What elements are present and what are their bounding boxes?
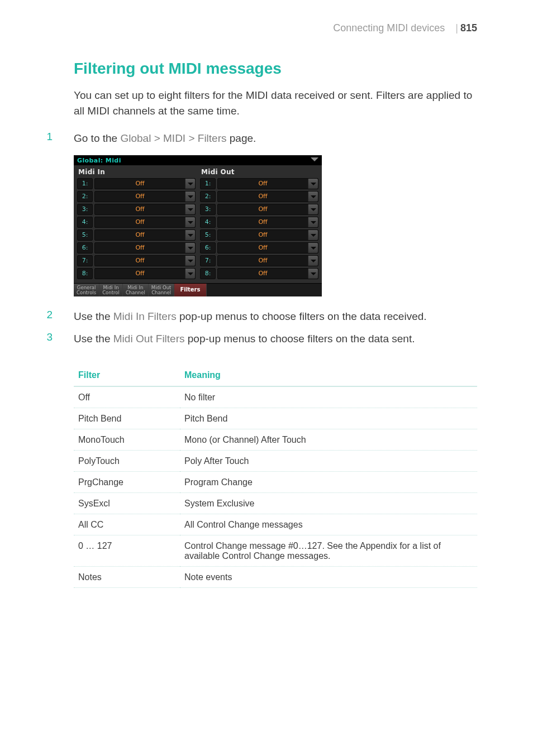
chevron-down-icon bbox=[185, 256, 195, 266]
filter-value: Off bbox=[95, 204, 185, 214]
filter-meaning-table: Filter Meaning OffNo filter Pitch BendPi… bbox=[74, 365, 477, 588]
chevron-down-icon bbox=[308, 243, 318, 253]
midi-out-filter-select[interactable]: Off bbox=[217, 255, 318, 266]
row-number: 4: bbox=[77, 217, 93, 228]
tab-midi-in-channel[interactable]: Midi In Channel bbox=[123, 284, 149, 297]
filter-meaning: Control Change message #0…127. See the A… bbox=[180, 535, 477, 566]
row-number: 5: bbox=[200, 229, 216, 241]
tab-midi-out-channel[interactable]: Midi Out Channel bbox=[149, 284, 175, 297]
chevron-down-icon bbox=[185, 204, 195, 214]
row-number: 1: bbox=[77, 178, 93, 189]
header-section: Connecting MIDI devices bbox=[333, 22, 445, 34]
filter-meaning: Program Change bbox=[180, 471, 477, 492]
row-number: 1: bbox=[200, 178, 216, 189]
device-screenshot: Global: Midi Midi In 1: Off 2: Off bbox=[74, 155, 322, 297]
midi-in-column: Midi In 1: Off 2: Off 3: bbox=[77, 167, 196, 281]
chevron-down-icon bbox=[185, 217, 195, 227]
midi-in-row: 8: Off bbox=[77, 268, 196, 279]
row-number: 4: bbox=[200, 217, 216, 228]
header-separator: | bbox=[448, 22, 460, 34]
midi-out-row: 3: Off bbox=[200, 204, 318, 215]
midi-in-row: 1: Off bbox=[77, 178, 196, 189]
step-number: 3 bbox=[0, 331, 74, 347]
step-text: Use the Midi In Filters pop-up menus to … bbox=[74, 309, 477, 324]
midi-in-filter-select[interactable]: Off bbox=[94, 191, 196, 202]
running-header: Connecting MIDI devices |815 bbox=[0, 22, 533, 56]
midi-out-filter-select[interactable]: Off bbox=[217, 268, 318, 279]
midi-in-filter-select[interactable]: Off bbox=[94, 217, 196, 228]
chevron-down-icon bbox=[308, 256, 318, 266]
filter-name: Off bbox=[74, 386, 180, 408]
filter-value: Off bbox=[95, 269, 185, 279]
midi-in-filter-select[interactable]: Off bbox=[94, 255, 196, 266]
midi-out-filter-select[interactable]: Off bbox=[217, 178, 318, 189]
table-row: Pitch BendPitch Bend bbox=[74, 408, 477, 429]
filter-value: Off bbox=[95, 217, 185, 227]
table-row: PolyTouchPoly After Touch bbox=[74, 450, 477, 471]
device-tabs: General Controls Midi In Control Midi In… bbox=[74, 283, 322, 297]
midi-out-row: 6: Off bbox=[200, 242, 318, 253]
chevron-down-icon bbox=[185, 230, 195, 240]
filter-meaning: No filter bbox=[180, 386, 477, 408]
tab-filters[interactable]: Filters bbox=[174, 284, 206, 297]
tab-midi-in-control[interactable]: Midi In Control bbox=[99, 284, 123, 297]
filter-value: Off bbox=[218, 243, 308, 253]
filter-meaning: Mono (or Channel) After Touch bbox=[180, 429, 477, 450]
step-post: pop-up menus to choose filters on the da… bbox=[185, 333, 415, 344]
table-row: NotesNote events bbox=[74, 566, 477, 587]
page-number: 815 bbox=[460, 22, 477, 34]
midi-in-header: Midi In bbox=[77, 167, 196, 178]
step-3: 3 Use the Midi Out Filters pop-up menus … bbox=[0, 329, 533, 351]
step-number: 2 bbox=[0, 309, 74, 324]
row-number: 3: bbox=[77, 204, 93, 215]
step-2: 2 Use the Midi In Filters pop-up menus t… bbox=[0, 307, 533, 329]
table-row: SysExclSystem Exclusive bbox=[74, 492, 477, 514]
midi-out-filter-select[interactable]: Off bbox=[217, 191, 318, 202]
midi-out-filter-select[interactable]: Off bbox=[217, 229, 318, 241]
step-text: Use the Midi Out Filters pop-up menus to… bbox=[74, 331, 477, 347]
chevron-down-icon bbox=[308, 269, 318, 279]
row-number: 7: bbox=[77, 255, 93, 266]
midi-in-row: 4: Off bbox=[77, 217, 196, 228]
chevron-down-icon bbox=[308, 230, 318, 240]
filter-value: Off bbox=[218, 204, 308, 214]
midi-in-filter-select[interactable]: Off bbox=[94, 178, 196, 189]
midi-out-filter-select[interactable]: Off bbox=[217, 242, 318, 253]
table-header-filter: Filter bbox=[74, 365, 180, 386]
menu-dropdown-icon[interactable] bbox=[311, 157, 318, 161]
filter-value: Off bbox=[95, 230, 185, 240]
table-row: All CCAll Control Change messages bbox=[74, 514, 477, 535]
midi-in-filter-select[interactable]: Off bbox=[94, 204, 196, 215]
midi-in-row: 6: Off bbox=[77, 242, 196, 253]
row-number: 8: bbox=[77, 268, 93, 279]
step-post: page. bbox=[227, 132, 256, 144]
filter-name: SysExcl bbox=[74, 492, 180, 514]
section-heading: Filtering out MIDI messages bbox=[0, 56, 533, 85]
device-title-text: Global: Midi bbox=[77, 157, 121, 164]
table-row: MonoTouchMono (or Channel) After Touch bbox=[74, 429, 477, 450]
step-pre: Use the bbox=[74, 333, 113, 344]
midi-out-filter-select[interactable]: Off bbox=[217, 204, 318, 215]
midi-in-filter-select[interactable]: Off bbox=[94, 268, 196, 279]
tab-general-controls[interactable]: General Controls bbox=[74, 284, 99, 297]
midi-out-row: 4: Off bbox=[200, 217, 318, 228]
midi-in-row: 5: Off bbox=[77, 229, 196, 241]
filter-value: Off bbox=[218, 230, 308, 240]
chevron-down-icon bbox=[308, 217, 318, 227]
row-number: 6: bbox=[77, 242, 93, 253]
midi-in-filter-select[interactable]: Off bbox=[94, 229, 196, 241]
midi-out-filter-select[interactable]: Off bbox=[217, 217, 318, 228]
step-number: 1 bbox=[0, 131, 74, 146]
midi-out-row: 5: Off bbox=[200, 229, 318, 241]
midi-in-row: 2: Off bbox=[77, 191, 196, 202]
midi-out-row: 7: Off bbox=[200, 255, 318, 266]
filter-value: Off bbox=[95, 243, 185, 253]
midi-in-filter-select[interactable]: Off bbox=[94, 242, 196, 253]
step-emph: Midi Out Filters bbox=[113, 333, 185, 344]
row-number: 8: bbox=[200, 268, 216, 279]
chevron-down-icon bbox=[185, 179, 195, 189]
filter-name: Pitch Bend bbox=[74, 408, 180, 429]
filter-name: PrgChange bbox=[74, 471, 180, 492]
row-number: 2: bbox=[77, 191, 93, 202]
step-pre: Use the bbox=[74, 310, 113, 322]
